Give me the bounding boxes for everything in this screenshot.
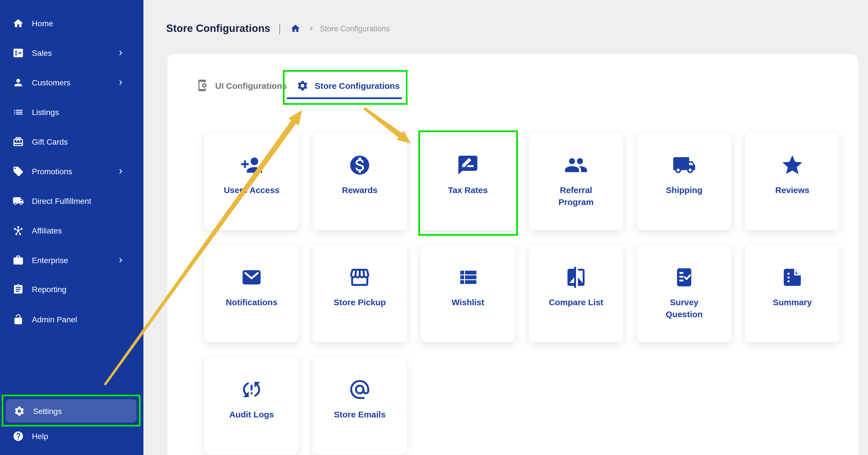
- view-list-icon: [457, 265, 479, 289]
- sidebar-item-gift-cards[interactable]: Gift Cards: [0, 130, 144, 153]
- page-title: Store Configurations: [166, 23, 270, 34]
- sidebar-item-label: Enterprise: [32, 256, 68, 265]
- card-label: Store Emails: [319, 408, 400, 420]
- home-icon: [12, 18, 24, 29]
- sidebar-item-admin-panel[interactable]: Admin Panel: [0, 308, 144, 331]
- sidebar-item-label: Direct Fulfillment: [32, 196, 91, 206]
- card-audit-logs[interactable]: Audit Logs: [204, 357, 299, 454]
- sidebar-item-listings[interactable]: Listings: [0, 101, 144, 124]
- gear-icon: [297, 80, 309, 91]
- tab-label: UI Configurations: [215, 81, 287, 90]
- tab-label: Store Configurations: [315, 81, 400, 90]
- at-email-icon: [348, 377, 371, 401]
- sidebar-item-label: Gift Cards: [32, 137, 68, 146]
- sidebar-item-enterprise[interactable]: Enterprise: [0, 249, 144, 272]
- storefront-icon: [348, 265, 371, 289]
- card-tax-rates[interactable]: Tax Rates: [421, 133, 515, 230]
- card-label: Users Access: [209, 184, 294, 196]
- dollar-circle-icon: [348, 153, 371, 177]
- card-label: Store Pickup: [319, 296, 400, 308]
- truck-icon: [12, 195, 24, 207]
- sidebar-item-direct-fulfillment[interactable]: Direct Fulfillment: [0, 190, 144, 212]
- tab-store-configurations[interactable]: Store Configurations: [297, 78, 400, 93]
- chevron-right-icon: [116, 167, 125, 176]
- card-summary[interactable]: Summary: [745, 245, 840, 342]
- sidebar-item-label: Admin Panel: [32, 315, 77, 324]
- summary-doc-icon: [781, 265, 804, 289]
- card-store-emails[interactable]: Store Emails: [312, 357, 407, 454]
- card-label: Tax Rates: [433, 184, 503, 196]
- truck-icon: [672, 153, 696, 177]
- card-reviews[interactable]: Reviews: [745, 133, 840, 230]
- person-icon: [12, 77, 24, 88]
- tab-ui-configurations[interactable]: UI Configurations: [196, 78, 287, 93]
- card-label: Referral Program: [529, 184, 623, 208]
- card-users-access[interactable]: Users Access: [204, 133, 299, 230]
- sidebar-item-label: Affiliates: [32, 226, 62, 235]
- chevron-right-icon: [116, 256, 125, 265]
- card-shipping[interactable]: Shipping: [637, 133, 732, 230]
- card-label: Shipping: [651, 184, 717, 196]
- card-compare-list[interactable]: Compare List: [529, 245, 623, 342]
- header-divider: |: [278, 23, 281, 34]
- card-label: Survey Question: [637, 296, 732, 320]
- config-card-grid: Users Access Rewards Tax Rates Referral …: [204, 133, 840, 454]
- sidebar-item-home[interactable]: Home: [0, 12, 144, 35]
- ballot-check-icon: [673, 265, 695, 289]
- mail-icon: [240, 265, 263, 289]
- card-label: Wishlist: [437, 296, 499, 308]
- rate-review-icon: [457, 153, 479, 177]
- compare-icon: [565, 265, 587, 289]
- sidebar-item-help[interactable]: Help: [0, 425, 144, 448]
- card-label: Compare List: [534, 296, 618, 308]
- admin-settings-page: Home Sales Customers Listings Gift Cards…: [0, 0, 868, 455]
- breadcrumb-current: Store Configurations: [319, 24, 390, 33]
- chevron-right-icon: [300, 25, 319, 32]
- chevron-right-icon: [116, 49, 125, 58]
- card-label: Notifications: [211, 296, 292, 308]
- people-icon: [564, 153, 588, 177]
- card-survey-question[interactable]: Survey Question: [637, 245, 732, 342]
- gift-card-icon: [12, 136, 24, 148]
- lock-open-icon: [12, 314, 24, 325]
- briefcase-icon: [12, 254, 24, 266]
- sidebar-item-reporting[interactable]: Reporting: [0, 278, 144, 301]
- clipboard-icon: [12, 283, 24, 295]
- card-label: Audit Logs: [215, 408, 289, 420]
- active-tab-underline: [287, 97, 402, 99]
- phone-gear-icon: [196, 79, 208, 92]
- sidebar: Home Sales Customers Listings Gift Cards…: [0, 0, 144, 455]
- card-rewards[interactable]: Rewards: [312, 133, 407, 230]
- sidebar-item-promotions[interactable]: Promotions: [0, 160, 144, 183]
- card-referral-program[interactable]: Referral Program: [529, 133, 623, 230]
- sidebar-item-label: Sales: [32, 49, 52, 58]
- star-icon: [780, 153, 804, 177]
- sidebar-item-label: Customers: [32, 78, 70, 87]
- breadcrumb-home-icon[interactable]: [290, 23, 300, 34]
- sync-problem-icon: [240, 377, 263, 401]
- tag-icon: [12, 166, 24, 177]
- person-add-icon: [240, 153, 263, 177]
- hub-icon: [12, 225, 24, 236]
- card-label: Reviews: [761, 184, 824, 196]
- list-icon: [12, 107, 24, 118]
- sidebar-item-label: Listings: [32, 108, 59, 117]
- card-label: Summary: [758, 296, 827, 308]
- sidebar-item-label: Settings: [33, 406, 62, 416]
- sidebar-item-label: Home: [32, 19, 53, 28]
- card-wishlist[interactable]: Wishlist: [421, 245, 515, 342]
- sidebar-item-label: Reporting: [32, 285, 66, 294]
- sales-check-icon: [12, 47, 24, 59]
- sidebar-item-affiliates[interactable]: Affiliates: [0, 219, 144, 242]
- sidebar-item-label: Promotions: [32, 167, 72, 176]
- gear-icon: [14, 405, 25, 417]
- sidebar-item-customers[interactable]: Customers: [0, 71, 144, 94]
- sidebar-item-sales[interactable]: Sales: [0, 41, 144, 64]
- sidebar-item-settings[interactable]: Settings: [6, 399, 136, 423]
- help-circle-icon: [12, 430, 24, 442]
- card-label: Rewards: [327, 184, 392, 196]
- page-header: Store Configurations | Store Configurati…: [166, 22, 390, 35]
- card-store-pickup[interactable]: Store Pickup: [312, 245, 407, 342]
- card-notifications[interactable]: Notifications: [204, 245, 299, 342]
- sidebar-item-label: Help: [32, 432, 49, 441]
